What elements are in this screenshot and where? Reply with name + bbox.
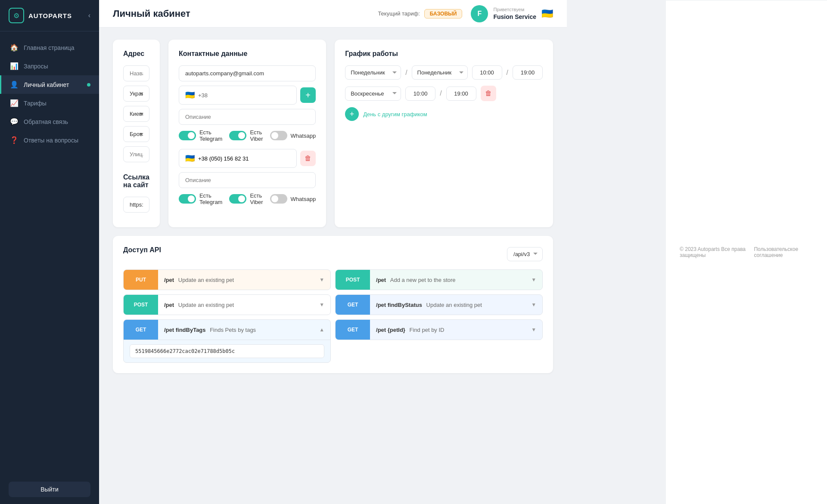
day-to-select-1[interactable]: Понедельник [412, 65, 468, 80]
schedule-card: График работы Понедельник / Понедельник … [335, 40, 553, 227]
api-left-col: PUT /pet Update an existing pet ▼ POST [123, 269, 331, 363]
post-method-badge-right: POST [336, 270, 370, 290]
api-right-col: POST /pet Add a new pet to the store ▼ G… [335, 269, 543, 363]
api-header: Доступ API /api/v3 [123, 246, 543, 262]
get-status-chevron[interactable]: ▼ [525, 298, 542, 311]
put-chevron[interactable]: ▼ [313, 273, 330, 286]
website-section-title: Ссылка на сайт [123, 173, 149, 189]
website-input[interactable] [123, 197, 149, 213]
street-input[interactable] [123, 146, 149, 162]
day-from-select-1[interactable]: Понедельник [345, 65, 401, 80]
name-input[interactable] [123, 65, 149, 81]
post-path-left: /pet Update an existing pet [158, 298, 313, 312]
schedule-row-2: Воскресенье / 🗑 [345, 86, 543, 101]
post-chevron-left[interactable]: ▼ [313, 298, 330, 311]
logo-icon: ⚙ [9, 8, 24, 23]
tariff-info: Текущий тариф: БАЗОВЫЙ [378, 9, 462, 19]
add-phone-button[interactable]: + [300, 87, 316, 103]
post-chevron-right[interactable]: ▼ [525, 273, 542, 286]
get-status-path: /pet findByStatus Update an existing pet [370, 298, 525, 312]
email-input[interactable] [179, 65, 316, 81]
active-indicator [87, 83, 90, 87]
time-from-2[interactable] [405, 87, 435, 101]
get-method-badge-petid: GET [336, 320, 370, 340]
phone1-prefix: +38 [198, 92, 208, 99]
phone2-description[interactable] [179, 172, 316, 188]
footer-copyright: © 2023 Autoparts Все права защищены [680, 246, 754, 258]
whatsapp-toggle2[interactable] [270, 194, 287, 204]
viber-label1: Есть Viber [250, 129, 263, 142]
delete-phone2-button[interactable]: 🗑 [300, 151, 316, 166]
sidebar-collapse-button[interactable]: ‹ [88, 12, 90, 19]
sidebar-item-faq[interactable]: ❓ Ответы на вопросы [0, 131, 99, 149]
sidebar-item-tariffs[interactable]: 📈 Тарифы [0, 94, 99, 112]
telegram-toggle1[interactable] [179, 131, 196, 140]
get-petid-chevron[interactable]: ▼ [525, 323, 542, 336]
whatsapp-toggle1[interactable] [270, 131, 287, 140]
api-version-select[interactable]: /api/v3 [507, 247, 543, 261]
api-title: Доступ API [123, 246, 161, 254]
logout-button[interactable]: Выйти [9, 482, 90, 497]
phone1-toggles: Есть Telegram Есть Viber Whatsapp [179, 129, 316, 142]
api-key-input[interactable] [130, 344, 324, 358]
flag-icon: 🇺🇦 [541, 8, 553, 19]
api-row-get-status-header: GET /pet findByStatus Update an existing… [336, 295, 542, 315]
api-row-post-right: POST /pet Add a new pet to the store ▼ [335, 269, 543, 290]
api-row-get-petid-header: GET /pet {petId} Find pet by ID ▼ [336, 320, 542, 340]
user-name: Fusion Service [493, 13, 536, 21]
region-select[interactable]: Киевская [123, 106, 149, 122]
viber-label2: Есть Viber [250, 192, 263, 205]
topbar: Личный кабинет Текущий тариф: БАЗОВЫЙ F … [99, 0, 567, 28]
logo-text: AUTOPARTS [28, 12, 72, 19]
user-greeting: Приветствуем [493, 6, 536, 12]
avatar: F [471, 5, 488, 22]
phone1-input[interactable] [211, 92, 290, 99]
sidebar-item-requests[interactable]: 📊 Запросы [0, 57, 99, 75]
add-schedule-icon: + [345, 107, 359, 121]
faq-icon: ❓ [10, 136, 19, 144]
sidebar-item-label: Личный кабинет [24, 81, 69, 88]
api-row-get-status: GET /pet findByStatus Update an existing… [335, 294, 543, 315]
sidebar-item-label: Ответы на вопросы [24, 137, 78, 144]
contacts-card: Контактные данные 🇺🇦 +38 + Е [168, 40, 326, 227]
tariff-badge: БАЗОВЫЙ [424, 9, 463, 19]
requests-icon: 📊 [10, 62, 19, 70]
page-title: Личный кабинет [113, 8, 190, 19]
time-to-1[interactable] [513, 65, 543, 80]
sidebar-item-label: Главная страница [24, 44, 75, 51]
address-card: Адрес Украина Киевская Бровары Ссылка на… [113, 40, 160, 227]
add-schedule-button[interactable]: + День с другим графиком [345, 107, 427, 121]
time-to-2[interactable] [446, 87, 476, 101]
telegram-toggle2[interactable] [179, 194, 196, 204]
sidebar-item-feedback[interactable]: 💬 Обратная связь [0, 112, 99, 131]
day-from-select-2[interactable]: Воскресенье [345, 87, 401, 101]
footer-link[interactable]: Пользовательское соглашение [754, 246, 813, 258]
phone2-toggles: Есть Telegram Есть Viber Whatsapp [179, 192, 316, 205]
phone1-description[interactable] [179, 109, 316, 125]
sidebar-item-home[interactable]: 🏠 Главная страница [0, 38, 99, 57]
post-path-right: /pet Add a new pet to the store [370, 273, 525, 287]
api-row-get-petid: GET /pet {petId} Find pet by ID ▼ [335, 319, 543, 340]
phone2-input[interactable] [198, 155, 290, 162]
delete-schedule-2-button[interactable]: 🗑 [481, 86, 496, 101]
get-petid-path: /pet {petId} Find pet by ID [370, 323, 525, 337]
separator-1: / [405, 69, 407, 77]
sidebar: ⚙ AUTOPARTS ‹ 🏠 Главная страница 📊 Запро… [0, 0, 99, 504]
home-icon: 🏠 [10, 43, 19, 52]
viber-toggle2[interactable] [229, 194, 246, 204]
get-method-badge-tags: GET [124, 320, 158, 340]
footer: © 2023 Autoparts Все права защищены Поль… [666, 0, 827, 504]
sidebar-item-profile[interactable]: 👤 Личный кабинет [0, 75, 99, 94]
add-schedule-label: День с другим графиком [363, 111, 427, 117]
city-select[interactable]: Бровары [123, 126, 149, 142]
whatsapp-label2: Whatsapp [291, 196, 316, 202]
time-from-1[interactable] [472, 65, 502, 80]
whatsapp-toggle-group1: Whatsapp [270, 131, 316, 140]
api-section: Доступ API /api/v3 PUT /pet Update an ex… [113, 236, 553, 373]
viber-toggle1[interactable] [229, 131, 246, 140]
sidebar-item-label: Обратная связь [24, 118, 68, 125]
schedule-row-1: Понедельник / Понедельник / [345, 65, 543, 80]
country-select[interactable]: Украина [123, 86, 149, 102]
viber-toggle-group1: Есть Viber [229, 129, 263, 142]
get-tags-chevron[interactable]: ▲ [313, 323, 330, 336]
